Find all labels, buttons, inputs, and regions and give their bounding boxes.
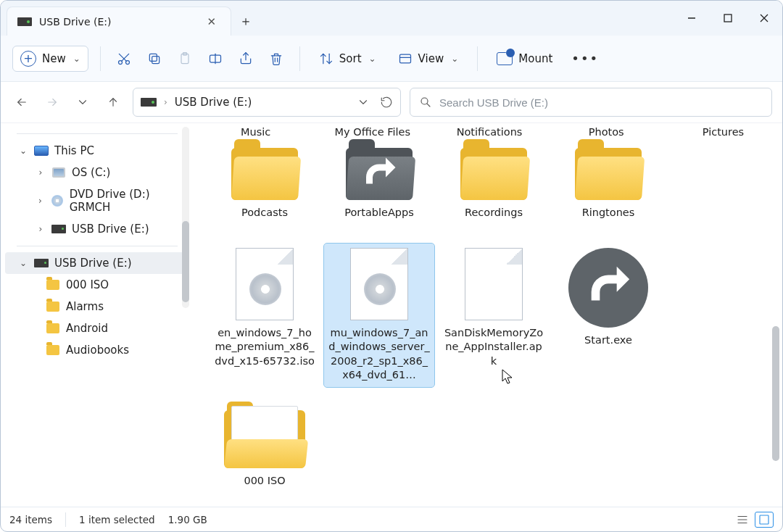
tab-usb-drive[interactable]: USB Drive (E:) ✕: [7, 7, 231, 36]
ellipsis-icon: •••: [571, 51, 599, 66]
item-mu-windows-7-iso[interactable]: mu_windows_7_and_windows_server_2008_r2_…: [324, 244, 434, 387]
status-divider: [65, 512, 66, 527]
up-button[interactable]: [102, 91, 124, 113]
sort-button[interactable]: Sort ⌄: [312, 47, 384, 70]
recent-locations-button[interactable]: [72, 91, 94, 113]
breadcrumb-separator: ›: [164, 97, 167, 107]
forward-button[interactable]: [41, 91, 63, 113]
sidebar-label: USB Drive (E:): [72, 223, 149, 236]
folder-preview-icon: [224, 410, 305, 468]
view-button[interactable]: View ⌄: [391, 47, 466, 70]
item-sandisk-apk[interactable]: SanDiskMemoryZone_AppInstaller.apk: [439, 244, 549, 387]
item-recordings[interactable]: Recordings: [439, 144, 549, 225]
chevron-down-icon[interactable]: ⌄: [18, 146, 28, 156]
item-label[interactable]: Music: [210, 126, 302, 138]
chevron-down-icon: ⌄: [451, 54, 458, 64]
sidebar-item-this-pc[interactable]: ⌄ This PC: [5, 140, 189, 162]
sidebar-label: DVD Drive (D:) GRMCH: [70, 188, 182, 214]
back-button[interactable]: [11, 91, 33, 113]
dvd-icon: [51, 195, 63, 207]
chevron-down-icon: ⌄: [73, 54, 80, 64]
sidebar: ⌄ This PC › OS (C:) › DVD Drive (D:) GRM…: [1, 123, 189, 507]
item-start-exe[interactable]: Start.exe: [553, 244, 663, 387]
folder-icon: [575, 148, 642, 200]
folder-shortcut-icon: [346, 148, 413, 200]
item-label[interactable]: Notifications: [443, 126, 535, 138]
sidebar-item-audiobooks[interactable]: Audiobooks: [5, 339, 189, 361]
item-label: SanDiskMemoryZone_AppInstaller.apk: [443, 326, 544, 369]
item-label[interactable]: My Office Files: [326, 126, 418, 138]
item-label[interactable]: Pictures: [677, 126, 769, 138]
sidebar-item-dvd-d[interactable]: › DVD Drive (D:) GRMCH: [5, 183, 189, 218]
refresh-icon[interactable]: [380, 96, 393, 109]
copy-button[interactable]: [143, 47, 166, 70]
chevron-down-icon[interactable]: ⌄: [18, 258, 28, 268]
close-window-button[interactable]: [746, 1, 782, 36]
sidebar-label: USB Drive (E:): [54, 257, 132, 270]
sidebar-scrollbar-thumb[interactable]: [182, 221, 189, 302]
folder-icon: [46, 345, 59, 355]
new-button[interactable]: + New ⌄: [12, 46, 88, 72]
iso-file-icon: [236, 248, 294, 320]
minimize-button[interactable]: [674, 1, 710, 36]
chevron-down-icon[interactable]: [357, 96, 370, 109]
sidebar-item-android[interactable]: Android: [5, 317, 189, 339]
new-tab-button[interactable]: ＋: [231, 7, 260, 36]
svg-line-18: [427, 104, 430, 107]
new-button-label: New: [42, 52, 66, 65]
sidebar-item-os-c[interactable]: › OS (C:): [5, 162, 189, 183]
item-label: PortableApps: [344, 206, 414, 220]
mount-button[interactable]: Mount: [489, 48, 560, 70]
chevron-right-icon[interactable]: ›: [36, 224, 46, 234]
sidebar-label: This PC: [54, 144, 94, 157]
breadcrumb[interactable]: USB Drive (E:): [175, 96, 252, 109]
item-label: Ringtones: [582, 206, 635, 220]
item-000-iso-folder[interactable]: 000 ISO: [210, 406, 320, 493]
paste-button[interactable]: [173, 47, 196, 70]
search-bar[interactable]: [410, 88, 772, 117]
toolbar-divider: [299, 46, 300, 71]
usb-drive-icon: [141, 98, 157, 107]
item-label: mu_windows_7_and_windows_server_2008_r2_…: [328, 326, 430, 383]
item-label: en_windows_7_home_premium_x86_dvd_x15-65…: [214, 326, 315, 369]
details-view-button[interactable]: [733, 512, 752, 528]
maximize-button[interactable]: [710, 1, 746, 36]
sidebar-item-000-iso[interactable]: 000 ISO: [5, 274, 189, 296]
large-icons-view-button[interactable]: [755, 512, 774, 528]
sidebar-label: 000 ISO: [66, 278, 109, 291]
sidebar-label: Alarms: [66, 300, 104, 313]
svg-rect-1: [724, 14, 732, 22]
sidebar-item-alarms[interactable]: Alarms: [5, 296, 189, 317]
item-en-windows-7-iso[interactable]: en_windows_7_home_premium_x86_dvd_x15-65…: [210, 244, 320, 387]
more-button[interactable]: •••: [567, 46, 603, 70]
content-pane: Music My Office Files Notifications Phot…: [189, 123, 782, 507]
item-portableapps[interactable]: PortableApps: [324, 144, 434, 225]
search-input[interactable]: [439, 96, 763, 109]
toolbar: + New ⌄ Sort ⌄ View ⌄ Mount •••: [1, 36, 782, 82]
folder-icon: [46, 302, 59, 312]
rename-button[interactable]: [204, 47, 227, 70]
delete-button[interactable]: [265, 47, 288, 70]
cut-button[interactable]: [112, 47, 136, 70]
item-ringtones[interactable]: Ringtones: [553, 144, 663, 225]
chevron-right-icon[interactable]: ›: [36, 167, 46, 178]
chevron-down-icon: ⌄: [369, 54, 376, 64]
search-icon: [419, 96, 432, 109]
nav-row: › USB Drive (E:): [1, 82, 782, 122]
share-button[interactable]: [234, 47, 257, 70]
sidebar-item-usb-e-expanded[interactable]: ⌄ USB Drive (E:): [5, 252, 189, 274]
item-label: Podcasts: [241, 206, 288, 220]
chevron-right-icon[interactable]: ›: [36, 196, 45, 206]
titlebar: USB Drive (E:) ✕ ＋: [1, 1, 782, 36]
folder-icon: [46, 323, 59, 333]
item-label[interactable]: Photos: [560, 126, 652, 138]
sidebar-item-usb-e[interactable]: › USB Drive (E:): [5, 218, 189, 240]
usb-drive-icon: [17, 17, 32, 26]
address-bar[interactable]: › USB Drive (E:): [133, 88, 401, 117]
item-podcasts[interactable]: Podcasts: [210, 144, 320, 225]
content-scrollbar-thumb[interactable]: [772, 326, 779, 461]
close-tab-button[interactable]: ✕: [202, 12, 220, 31]
body: ⌄ This PC › OS (C:) › DVD Drive (D:) GRM…: [1, 122, 782, 507]
folder-icon: [460, 148, 527, 200]
usb-drive-icon: [51, 225, 66, 233]
